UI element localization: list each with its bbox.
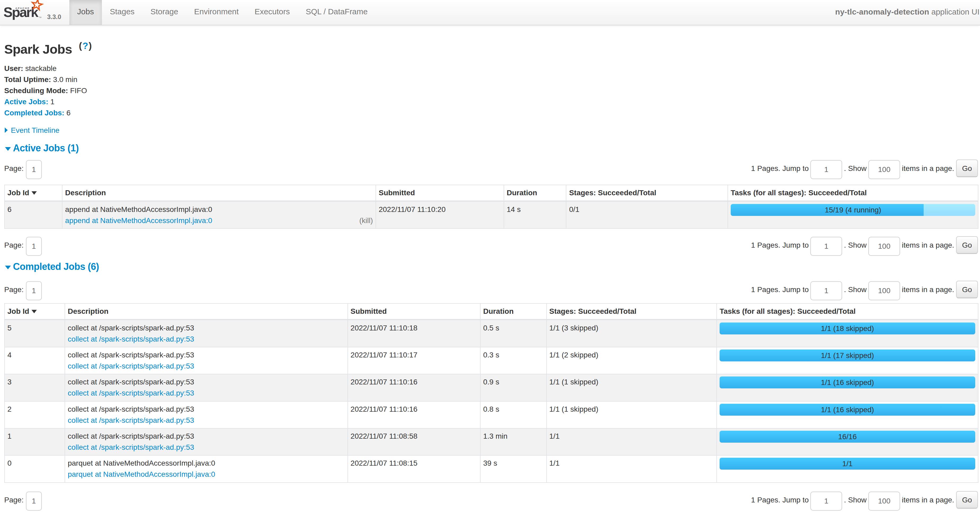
svg-text:TM: TM <box>39 16 41 18</box>
svg-text:Spark: Spark <box>4 5 39 20</box>
